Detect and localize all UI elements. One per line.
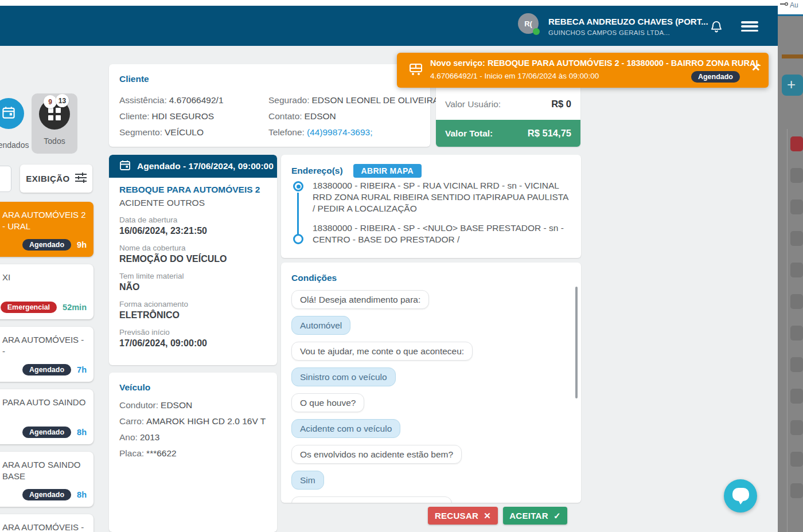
calendar-icon — [119, 159, 131, 173]
service-cause: ACIDENTE OUTROS — [119, 198, 267, 208]
user-value: R$ 0 — [551, 99, 571, 109]
address-text: 18380000 - RIBEIRA - SP - RUA VICINAL RR… — [313, 181, 568, 213]
client-card-title: Cliente — [119, 74, 149, 84]
addresses-card: Endereço(s) ABRIR MAPA 18380000 - RIBEIR… — [281, 155, 581, 258]
bell-icon[interactable] — [709, 19, 724, 34]
chat-transcript: Olá! Deseja atendimento para: Automóvel … — [291, 290, 473, 503]
support-chat-widget[interactable] — [724, 479, 757, 513]
agendados-count-badge: 9 — [44, 95, 57, 108]
search-input[interactable] — [0, 166, 11, 192]
field-label: Carro: — [119, 416, 144, 426]
background-pill — [790, 200, 803, 214]
field-label: Segmento: — [119, 127, 162, 137]
filter-todos-label: Todos — [32, 136, 77, 146]
close-icon[interactable]: ✕ — [751, 61, 761, 74]
detail-row: Previsão início 17/06/2024, 09:00:00 — [119, 328, 267, 349]
vehicle-card-title: Veículo — [119, 382, 150, 393]
chat-message: O veículo está liberado pela polícia? — [291, 496, 452, 503]
field-label: Ano: — [119, 432, 138, 442]
user-value-label: Valor Usuário: — [445, 99, 501, 109]
field-label: Contato: — [268, 111, 302, 121]
vehicle-field: Placa:***6622 — [119, 448, 266, 459]
service-type: REBOQUE PARA AUTOMÓVEIS 2 — [119, 185, 267, 195]
online-status-dot — [533, 28, 540, 35]
route-marker-icon — [293, 234, 303, 244]
service-card-title: XI — [2, 272, 87, 283]
conditions-scrollbar[interactable] — [575, 287, 578, 398]
service-card[interactable]: ARA AUTO SAINDO BASE Agendado 8h — [0, 452, 93, 507]
service-card[interactable]: PARA AUTO SAINDO Agendado 8h — [0, 389, 93, 444]
detail-label: Previsão início — [119, 328, 267, 337]
new-service-banner[interactable]: Novo serviço: REBOQUE PARA AUTOMÓVEIS 2 … — [397, 53, 769, 88]
banner-title: Novo serviço: REBOQUE PARA AUTOMÓVEIS 2 … — [430, 58, 749, 68]
service-card-list: ARA AUTOMÓVEIS 2 - URAL Agendado 9h XI E… — [0, 202, 93, 532]
field-label: Segurado: — [268, 95, 310, 105]
background-pill — [790, 389, 803, 404]
add-button[interactable]: + — [782, 75, 803, 96]
status-badge: Agendado — [22, 427, 71, 438]
field-value: EDSON — [161, 400, 192, 410]
service-card[interactable]: ARA AUTOMÓVEIS - - Agendado — [0, 514, 93, 532]
scheduled-header: Agendado - 17/06/2024, 09:00:00 — [109, 155, 277, 178]
client-field: Telefone:(44)99874-3693; — [268, 127, 439, 138]
field-label: Cliente: — [119, 111, 150, 121]
sliders-icon — [75, 173, 87, 185]
service-card[interactable]: ARA AUTOMÓVEIS 2 - URAL Agendado 9h — [0, 202, 93, 257]
display-button-label: EXIBIÇÃO — [26, 174, 70, 183]
sidebar-filter-agendados[interactable] — [0, 98, 24, 129]
address-text: 18380000 - RIBEIRA - SP - <NULO> BASE PR… — [313, 223, 564, 244]
detail-row: Forma acionamento ELETRÔNICO — [119, 300, 267, 320]
check-icon: ✓ — [553, 511, 561, 521]
display-options-button[interactable]: EXIBIÇÃO — [20, 165, 92, 193]
background-pill — [790, 136, 803, 151]
client-field: Contato:EDSON — [268, 111, 439, 122]
field-label: Telefone: — [268, 127, 305, 137]
hamburger-icon[interactable] — [741, 21, 758, 32]
service-card-time: 8h — [77, 490, 87, 499]
vehicle-fields: Condutor:EDSON Carro:AMAROK HIGH CD 2.0 … — [119, 400, 266, 464]
field-label: Placa: — [119, 448, 144, 458]
company-name: GUINCHOS CAMPOS GERAIS LTDA... — [548, 29, 670, 36]
service-card[interactable]: XI Emergencial 52min — [0, 264, 93, 319]
conditions-card: Condições Olá! Deseja atendimento para: … — [281, 263, 581, 503]
client-field: Cliente:HDI SEGUROS — [119, 111, 224, 122]
chat-message: Automóvel — [291, 316, 350, 335]
filter-agendados-label: Agendados — [0, 140, 32, 150]
service-card-title: ARA AUTOMÓVEIS - - — [2, 522, 87, 532]
open-map-button[interactable]: ABRIR MAPA — [353, 164, 422, 178]
client-field: Segurado:EDSON LEONEL DE OLIVEIRA — [268, 95, 439, 105]
service-card-time: 52min — [63, 303, 87, 312]
avatar[interactable]: R( — [518, 13, 539, 34]
field-value: ***6622 — [146, 448, 177, 458]
x-icon: ✕ — [484, 511, 491, 521]
client-card: Cliente Assistência:4.67066492/1 Cliente… — [109, 64, 430, 147]
total-value: R$ 514,75 — [528, 128, 571, 139]
vehicle-card: Veículo Condutor:EDSON Carro:AMAROK HIGH… — [109, 373, 277, 532]
conditions-title: Condições — [291, 273, 337, 283]
vehicle-field: Ano:2013 — [119, 432, 266, 443]
avatar-initials: R( — [524, 19, 532, 28]
status-badge: Agendado — [22, 239, 71, 251]
addresses-title: Endereço(s) — [291, 166, 343, 176]
accept-label: ACEITAR — [509, 511, 548, 521]
background-pill — [790, 168, 803, 183]
service-card[interactable]: ARA AUTOMÓVEIS - - Agendado 7h — [0, 327, 93, 382]
accept-button[interactable]: ACEITAR ✓ — [503, 507, 567, 525]
background-page-strip: Au + — [778, 0, 803, 532]
total-value-row: Valor Total: R$ 514,75 — [436, 120, 580, 147]
top-strip — [0, 0, 803, 6]
refuse-button[interactable]: RECUSAR ✕ — [428, 507, 498, 525]
field-value: 4.67066492/1 — [169, 95, 224, 105]
route-marker-icon — [293, 181, 303, 191]
banner-subtitle: 4.67066492/1 - Inicio em 17/06/2024 às 0… — [430, 72, 599, 80]
background-pill — [790, 420, 803, 435]
status-badge: Agendado — [22, 364, 71, 375]
background-top-label: Au — [790, 1, 798, 9]
field-value: VEÍCULO — [165, 127, 204, 137]
background-panel-edge — [787, 129, 788, 532]
background-pill — [790, 326, 803, 341]
service-card-time: 7h — [77, 365, 87, 374]
app-header: R( REBECA ANDREUZO CHAVES (PORT... GUINC… — [0, 6, 778, 46]
chat-message: O que houve? — [291, 393, 364, 412]
field-label: Condutor: — [119, 400, 158, 410]
